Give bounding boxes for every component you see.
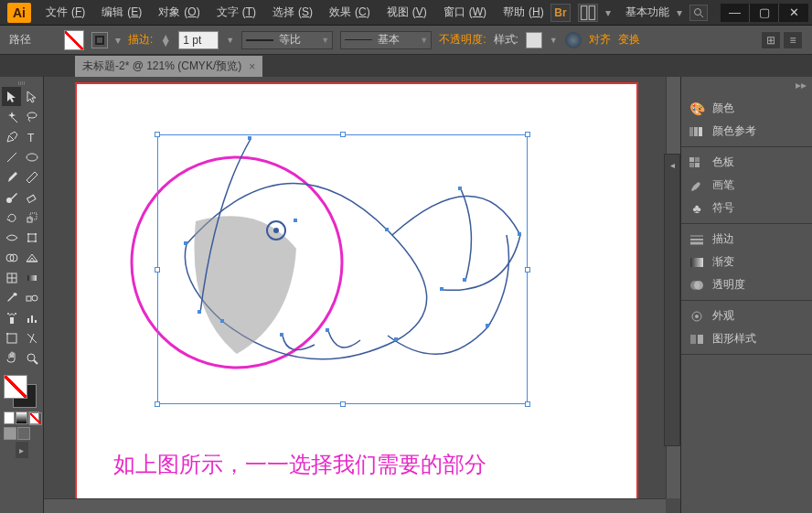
svg-rect-58	[695, 157, 700, 162]
column-graph-tool[interactable]	[22, 308, 41, 327]
pencil-tool[interactable]	[22, 167, 41, 187]
opacity-label[interactable]: 不透明度:	[439, 32, 486, 48]
perspective-grid-tool[interactable]	[22, 248, 41, 267]
color-guide-icon	[689, 124, 705, 139]
panel-brushes[interactable]: 画笔	[681, 174, 812, 197]
screen-mode-full[interactable]	[17, 427, 30, 440]
type-tool[interactable]: T	[22, 127, 41, 146]
color-mode-icon[interactable]	[4, 411, 15, 424]
menu-object[interactable]: 对象(O)	[151, 3, 203, 22]
minimize-button[interactable]: —	[721, 4, 750, 22]
tab-close-icon[interactable]: ×	[249, 60, 255, 73]
menu-file[interactable]: 文件(F)	[38, 3, 89, 22]
panel-appearance[interactable]: 外观	[681, 305, 812, 327]
svg-rect-31	[35, 320, 37, 323]
symbol-sprayer-tool[interactable]	[2, 308, 21, 327]
screen-mode-normal[interactable]	[4, 427, 16, 440]
selection-tool[interactable]	[2, 87, 21, 106]
menu-view[interactable]: 视图(V)	[379, 3, 431, 22]
panel-symbols[interactable]: ♣符号	[681, 197, 812, 219]
fill-stroke-control[interactable]	[2, 373, 41, 410]
pen-tool[interactable]	[2, 127, 21, 146]
svg-rect-1	[589, 5, 594, 19]
style-swatch[interactable]	[526, 32, 542, 48]
ellipse-tool[interactable]	[22, 147, 41, 166]
brush-def-dropdown[interactable]: 基本▼	[340, 31, 432, 49]
dock-expand-icon[interactable]: ◂	[666, 156, 678, 173]
lasso-tool[interactable]	[22, 107, 41, 126]
menu-select[interactable]: 选择(S)	[265, 3, 316, 22]
panel-swatches[interactable]: 色板	[681, 151, 812, 174]
stroke-weight-input[interactable]: 1 pt	[178, 31, 219, 49]
svg-text:T: T	[27, 132, 35, 144]
mesh-tool[interactable]	[2, 268, 21, 287]
panel-color-guide[interactable]: 颜色参考	[681, 120, 812, 143]
palette-icon: 🎨	[689, 102, 705, 116]
width-tool[interactable]	[2, 228, 21, 247]
close-button[interactable]: ✕	[779, 4, 808, 22]
free-transform-tool[interactable]	[22, 228, 41, 247]
paintbrush-tool[interactable]	[2, 167, 21, 187]
zoom-tool[interactable]	[22, 348, 41, 368]
svg-point-2	[695, 8, 701, 15]
fill-swatch[interactable]	[64, 30, 84, 50]
scale-tool[interactable]	[22, 208, 41, 227]
blob-brush-tool[interactable]	[2, 187, 21, 207]
arrange-docs-button[interactable]	[578, 4, 598, 22]
menu-type[interactable]: 文字(T)	[209, 3, 260, 22]
bridge-button[interactable]: Br	[550, 4, 571, 22]
menu-help[interactable]: 帮助(H)	[496, 3, 548, 22]
panel-transparency[interactable]: 透明度	[681, 273, 812, 296]
svg-point-25	[32, 295, 37, 301]
svg-point-28	[15, 313, 16, 315]
appearance-icon	[689, 309, 705, 324]
magic-wand-tool[interactable]	[2, 107, 21, 126]
none-mode-icon[interactable]	[28, 411, 39, 424]
transform-label[interactable]: 变换	[618, 32, 640, 48]
gradient-tool[interactable]	[22, 268, 41, 287]
line-tool[interactable]	[2, 147, 21, 166]
panel-gradient[interactable]: 渐变	[681, 251, 812, 273]
svg-rect-56	[699, 127, 702, 136]
search-icon[interactable]	[689, 5, 708, 21]
shape-builder-tool[interactable]	[2, 248, 21, 267]
svg-line-4	[13, 118, 17, 123]
menu-window[interactable]: 窗口(W)	[436, 3, 490, 22]
hand-tool[interactable]	[2, 348, 21, 368]
eraser-tool[interactable]	[22, 187, 41, 207]
dock-strip[interactable]: ◂	[664, 154, 680, 446]
stroke-swatch[interactable]	[91, 32, 108, 48]
horizontal-scrollbar[interactable]	[44, 498, 666, 513]
tools-collapse-icon[interactable]: ▸	[16, 442, 28, 458]
tab-title: 未标题-2* @ 121% (CMYK/预览)	[82, 59, 241, 74]
maximize-button[interactable]: ▢	[750, 4, 779, 22]
document-tab[interactable]: 未标题-2* @ 121% (CMYK/预览) ×	[75, 56, 262, 77]
panel-stroke[interactable]: 描边	[681, 228, 812, 251]
blend-tool[interactable]	[22, 288, 41, 307]
workspace-selector[interactable]: 基本功能	[625, 5, 669, 20]
recolor-icon[interactable]	[565, 32, 582, 48]
align-label[interactable]: 对齐	[589, 32, 611, 48]
panels-collapse-icon[interactable]: ▸▸	[681, 77, 812, 93]
panel-graphic-styles[interactable]: 图形样式	[681, 327, 812, 350]
svg-rect-24	[27, 296, 31, 301]
stroke-profile-dropdown[interactable]: 等比▼	[241, 31, 333, 49]
panel-color[interactable]: 🎨颜色	[681, 97, 812, 120]
gradient-icon	[689, 255, 705, 270]
panel-toggle-icon[interactable]: ⊞	[761, 31, 781, 49]
menu-edit[interactable]: 编辑(E)	[94, 3, 145, 22]
stroke-icon	[689, 232, 705, 247]
rotate-tool[interactable]	[2, 208, 21, 227]
selection-bounding-box[interactable]	[157, 134, 528, 404]
canvas-area[interactable]: 如上图所示，一一选择我们需要的部分	[44, 77, 680, 513]
stroke-label[interactable]: 描边:	[128, 32, 153, 48]
options-bar: 路径 ▾ 描边: ▲▼ 1 pt ▼ 等比▼ 基本▼ 不透明度: 样式: ▼ 对…	[0, 26, 812, 55]
svg-rect-30	[31, 315, 33, 323]
artboard-tool[interactable]	[2, 328, 21, 347]
slice-tool[interactable]	[22, 328, 41, 347]
gradient-mode-icon[interactable]	[16, 411, 27, 424]
panel-menu-icon[interactable]: ≡	[783, 31, 803, 49]
eyedropper-tool[interactable]	[2, 288, 21, 307]
menu-effect[interactable]: 效果(C)	[322, 3, 374, 22]
direct-selection-tool[interactable]	[22, 87, 41, 106]
